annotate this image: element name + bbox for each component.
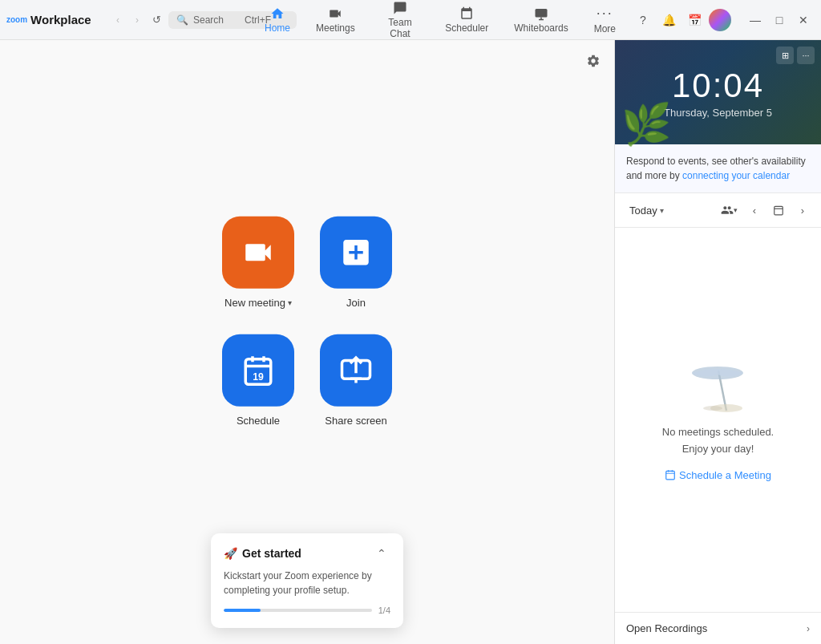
calendar-view-button[interactable] [768,200,789,221]
nav-tabs: Home Meetings Team Chat Scheduler Whiteb… [252,0,629,44]
titlebar: zoom Workplace ‹ › ↺ 🔍 Search Ctrl+F Hom… [0,0,821,40]
action-grid: New meeting ▾ Join [222,216,392,426]
calendar-connect-text: Respond to events, see other's availabil… [626,154,810,183]
svg-point-16 [703,406,722,411]
people-button[interactable]: ▾ [717,200,741,221]
new-meeting-dropdown-chevron[interactable]: ▾ [288,298,292,306]
logo-area: zoom Workplace [6,13,103,26]
action-item-share-screen: Share screen [320,334,392,426]
help-button[interactable]: ? [632,9,654,31]
header-icons: ? 🔔 📅 [632,9,731,31]
svg-text:19: 19 [253,371,264,383]
window-controls: — □ ✕ [744,9,815,31]
today-button[interactable]: Today ▾ [623,201,670,220]
clock-icons: ⊞ ··· [776,47,815,64]
svg-rect-17 [666,472,675,480]
svg-rect-0 [535,9,547,18]
get-started-collapse-button[interactable]: ⌃ [373,545,390,562]
new-meeting-button[interactable] [222,216,294,288]
calendar-prev-button[interactable]: ‹ [744,200,765,221]
search-label: Search [193,14,224,26]
calendar-toolbar-right: ▾ ‹ › [717,200,813,221]
progress-text: 1/4 [378,606,390,615]
avatar[interactable] [709,9,731,31]
get-started-panel: 🚀 Get started ⌃ Kickstart your Zoom expe… [211,533,403,628]
tab-more[interactable]: ··· More [581,0,629,39]
time-display: 10:04 [672,67,764,105]
calendar-button[interactable]: 📅 [683,9,706,31]
open-recordings-arrow: › [807,623,810,634]
plant-decoration: 🌿 [621,104,671,144]
clock-header: 🌿 ⊞ ··· 10:04 Thursday, September 5 [615,40,821,144]
settings-button[interactable] [582,50,605,72]
share-screen-label: Share screen [325,414,386,426]
clock-more-button[interactable]: ··· [797,47,815,64]
action-item-join: Join [320,216,392,308]
svg-rect-11 [774,206,783,215]
schedule-meeting-link[interactable]: Schedule a Meeting [665,469,771,481]
tab-scheduler[interactable]: Scheduler [432,2,501,38]
search-icon: 🔍 [176,14,188,26]
get-started-title: 🚀 Get started [224,547,301,560]
zoom-logo: zoom [6,16,27,24]
get-started-header: 🚀 Get started ⌃ [224,545,390,562]
clock-grid-button[interactable]: ⊞ [776,47,794,64]
progress-bar-container: 1/4 [224,606,390,615]
rocket-icon: 🚀 [224,547,237,560]
tab-whiteboards[interactable]: Whiteboards [501,2,580,38]
action-item-schedule: 19 Schedule [222,334,294,426]
date-display: Thursday, September 5 [664,107,772,119]
no-meetings-title: No meetings scheduled. [662,424,774,441]
calendar-connect-section: Respond to events, see other's availabil… [615,144,821,193]
forward-button[interactable]: › [128,11,146,29]
no-meetings-subtitle: Enjoy your day! [662,441,774,458]
join-label: Join [346,296,366,308]
history-button[interactable]: ↺ [148,11,165,29]
main-area: New meeting ▾ Join [0,40,821,644]
calendar-connect-link[interactable]: connecting your calendar [682,170,790,181]
share-screen-button[interactable] [320,334,392,406]
maximize-button[interactable]: □ [768,9,791,31]
calendar-next-button[interactable]: › [792,200,813,221]
today-dropdown-chevron: ▾ [660,206,664,215]
close-button[interactable]: ✕ [792,9,815,31]
notifications-button[interactable]: 🔔 [657,9,680,31]
beach-illustration [682,358,754,415]
action-item-new-meeting: New meeting ▾ [222,216,294,308]
people-chevron: ▾ [734,206,738,214]
right-panel: 🌿 ⊞ ··· 10:04 Thursday, September 5 Resp… [614,40,821,644]
no-meetings-area: No meetings scheduled. Enjoy your day! S… [615,228,821,612]
schedule-button[interactable]: 19 [222,334,294,406]
back-button[interactable]: ‹ [109,11,127,29]
progress-bar-background [224,609,372,612]
tab-meetings[interactable]: Meetings [303,2,368,38]
no-meetings-text: No meetings scheduled. Enjoy your day! [662,424,774,458]
app-title: Workplace [30,13,91,26]
schedule-label: Schedule [237,414,280,426]
center-area: New meeting ▾ Join [0,40,614,644]
tab-team-chat[interactable]: Team Chat [368,0,433,44]
minimize-button[interactable]: — [744,9,766,31]
join-button[interactable] [320,216,392,288]
tab-home[interactable]: Home [252,2,303,38]
get-started-description: Kickstart your Zoom experience by comple… [224,569,390,597]
progress-bar-fill [224,609,261,612]
new-meeting-label: New meeting ▾ [224,296,292,308]
open-recordings-link[interactable]: Open Recordings › [615,612,821,644]
calendar-toolbar: Today ▾ ▾ ‹ › [615,193,821,228]
nav-arrows: ‹ › ↺ [109,11,165,29]
